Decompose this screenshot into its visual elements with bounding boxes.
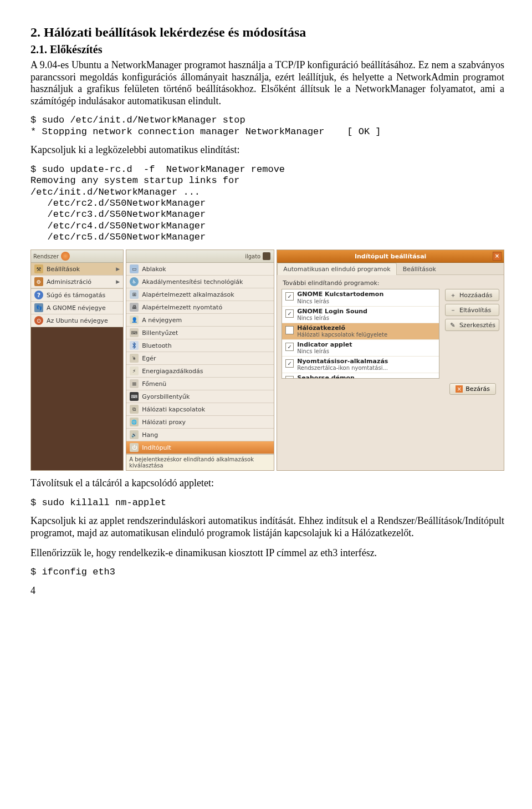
bluetooth-icon — [131, 342, 137, 349]
taskbar-text-right: ilgato — [245, 253, 260, 260]
paragraph-3: Távolítsuk el a tálcáról a kapcsolódó ap… — [30, 477, 504, 490]
tab-options[interactable]: Beállítások — [397, 263, 442, 274]
menu-item-label: Gyorsbillentyűk — [142, 393, 190, 400]
close-button[interactable]: × Bezárás — [449, 383, 496, 395]
preferences-menu-item[interactable]: Hang — [126, 429, 274, 441]
chevron-right-icon: ▶ — [116, 279, 120, 284]
startup-list-row[interactable]: ✓Seahorse démon — [282, 373, 439, 379]
menu-icon — [130, 367, 139, 375]
edit-button[interactable]: ✎ Szerkesztés — [445, 319, 499, 331]
startup-row-text: GNOME KulcstartodemonNincs leírás — [297, 291, 383, 304]
section-heading: 2. Hálózati beállítások lekérdezése és m… — [30, 25, 504, 40]
menu-item-label: Alapértelmezett nyomtató — [142, 304, 222, 311]
menu-icon — [130, 264, 139, 273]
menu-item-label: Alapértelmezett alkalmazások — [142, 291, 234, 298]
firefox-icon — [61, 252, 70, 261]
menu-icon — [130, 290, 139, 299]
menu-icon — [130, 354, 139, 363]
preferences-menu-item[interactable]: Gyorsbillentyűk — [126, 390, 274, 403]
menu-item-label: Hálózati kapcsolatok — [142, 406, 205, 413]
startup-row-text: Indicator appletNincs leírás — [297, 342, 352, 354]
startup-checkbox[interactable] — [285, 326, 294, 334]
system-menu-item[interactable]: A GNOME névjegye — [31, 302, 123, 314]
button-column: ＋ Hozzáadás － Eltávolítás ✎ Szerkesztés — [445, 289, 499, 379]
menu-icon — [130, 316, 139, 324]
code-block-2: $ sudo update-rc.d -f NetworkManager rem… — [30, 164, 504, 243]
section-label: További elindítandó programok: — [283, 279, 499, 287]
startup-checkbox[interactable]: ✓ — [285, 292, 294, 301]
menu-icon — [34, 277, 43, 286]
menu-item-label: Az Ubuntu névjegye — [47, 317, 108, 324]
startup-list-row[interactable]: ✓Indicator appletNincs leírás — [282, 340, 439, 357]
menu-item-label: Akadálymentesítési technológiák — [142, 278, 243, 286]
preferences-menu-item[interactable]: Főmenü — [126, 378, 274, 390]
remove-button[interactable]: － Eltávolítás — [445, 304, 499, 316]
taskbar-label: Rendszer — [33, 253, 59, 260]
preferences-menu-item[interactable]: Hálózati proxy — [126, 416, 274, 429]
dialog-body: További elindítandó programok: ✓GNOME Ku… — [277, 275, 504, 470]
menu-icon — [130, 392, 139, 401]
menu-icon — [130, 328, 139, 337]
menu-icon — [34, 316, 43, 325]
system-menu-item[interactable]: Beállítások▶ — [31, 263, 123, 276]
menu-item-label: Adminisztráció — [47, 278, 91, 286]
pencil-icon: ✎ — [449, 321, 457, 329]
menu-item-label: Egér — [142, 355, 156, 362]
tab-autostart[interactable]: Automatikusan elinduló programok — [277, 263, 396, 275]
desktop-background — [31, 327, 123, 470]
menu-icon — [130, 379, 139, 388]
startup-list-row[interactable]: ✓GNOME KulcstartodemonNincs leírás — [282, 289, 439, 306]
menu-icon — [130, 443, 139, 452]
preferences-menu-item[interactable]: A névjegyem — [126, 314, 274, 327]
menu-item-label: Hálózati proxy — [142, 419, 186, 426]
startup-checkbox[interactable]: ✓ — [285, 309, 294, 318]
startup-list-row[interactable]: ✓GNOME Login SoundNincs leírás — [282, 307, 439, 323]
menu-item-label: Beállítások — [47, 266, 80, 273]
code-block-3: $ sudo killall nm-applet — [30, 497, 504, 508]
add-button-label: Hozzáadás — [459, 292, 493, 299]
preferences-menu-item[interactable]: Egér — [126, 352, 274, 365]
preferences-menu-item[interactable]: Hálózati kapcsolatok — [126, 403, 274, 416]
code-block-1: $ sudo /etc/init.d/NetworkManager stop *… — [30, 115, 504, 138]
gnome-taskbar-mid: ilgato — [126, 250, 274, 263]
startup-list-row[interactable]: HálózatkezelőHálózati kapcsolatok felügy… — [282, 323, 439, 340]
list-area: ✓GNOME KulcstartodemonNincs leírás✓GNOME… — [282, 289, 499, 379]
preferences-menu-item[interactable]: Ablakok — [126, 263, 274, 276]
system-menu-item[interactable]: Az Ubuntu névjegye — [31, 314, 123, 327]
add-button[interactable]: ＋ Hozzáadás — [445, 289, 499, 301]
preferences-menu-item[interactable]: Indítópult — [126, 441, 274, 454]
preferences-menu-item[interactable]: Alapértelmezett alkalmazások — [126, 288, 274, 301]
menu-icon — [34, 291, 43, 299]
menu-icon — [130, 405, 139, 414]
preferences-menu-item[interactable]: Bluetooth — [126, 339, 274, 352]
preferences-submenu-panel: ilgato AblakokAkadálymentesítési technol… — [126, 250, 274, 471]
menu-icon — [130, 277, 139, 286]
page-number: 4 — [30, 585, 504, 597]
screenshot-group: Rendszer Beállítások▶Adminisztráció▶Súgó… — [30, 250, 504, 471]
menu-icon — [34, 303, 43, 312]
preferences-menu-item[interactable]: Billentyűzet — [126, 327, 274, 339]
plus-icon: ＋ — [449, 291, 457, 299]
preferences-menu-item[interactable]: Energiagazdálkodás — [126, 365, 274, 378]
remove-button-label: Eltávolítás — [459, 307, 491, 314]
chevron-right-icon: ▶ — [116, 266, 120, 272]
edit-button-label: Szerkesztés — [459, 322, 495, 329]
paragraph-5: Ellenőrizzük le, hogy rendelkezik-e dina… — [30, 547, 504, 559]
system-menu-item[interactable]: Adminisztráció▶ — [31, 276, 123, 288]
system-menu-panel: Rendszer Beállítások▶Adminisztráció▶Súgó… — [30, 250, 124, 471]
startup-checkbox[interactable]: ✓ — [285, 343, 294, 351]
preferences-menu-item[interactable]: Akadálymentesítési technológiák — [126, 276, 274, 288]
system-menu-item[interactable]: Súgó és támogatás — [31, 289, 123, 302]
menu-item-label: Súgó és támogatás — [47, 292, 105, 299]
gnome-taskbar: Rendszer — [31, 250, 123, 263]
startup-checkbox[interactable]: ✓ — [285, 359, 294, 368]
preferences-menu-item[interactable]: Alapértelmezett nyomtató — [126, 301, 274, 314]
startup-list-row[interactable]: ✓Nyomtatásisor-alkalmazásRendszertálca-i… — [282, 357, 439, 373]
menu-item-label: Energiagazdálkodás — [142, 368, 203, 375]
startup-row-text: Seahorse démon — [297, 375, 355, 379]
dialog-title: Indítópult beállításai — [355, 253, 426, 260]
startup-row-text: HálózatkezelőHálózati kapcsolatok felügy… — [297, 325, 387, 338]
window-close-button[interactable]: × — [493, 252, 502, 261]
menu-icon — [34, 264, 43, 273]
startup-program-list[interactable]: ✓GNOME KulcstartodemonNincs leírás✓GNOME… — [282, 289, 439, 379]
